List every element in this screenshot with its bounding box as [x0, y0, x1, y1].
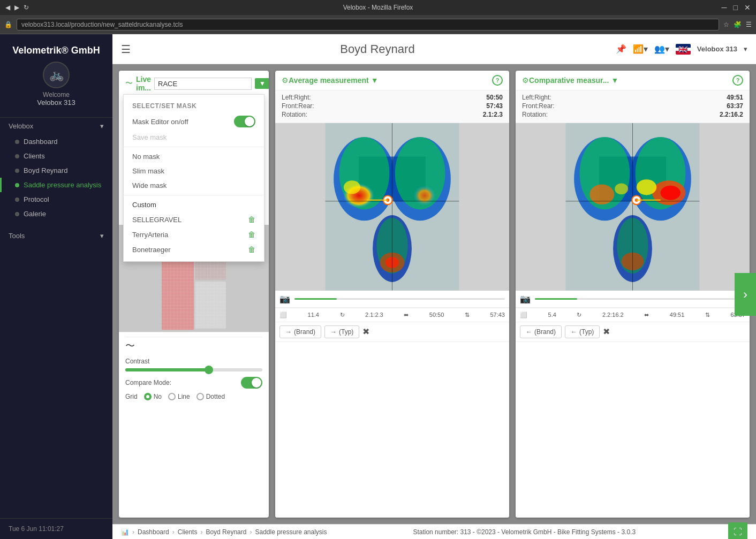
hamburger-icon[interactable]: ☰: [121, 43, 131, 56]
velobox-chevron-icon: ▾: [100, 122, 104, 130]
avg-stats: Left:Right: 50:50 Front:Rear: 57:43 Rota…: [275, 90, 509, 123]
terryarteria-delete-icon[interactable]: 🗑: [248, 230, 255, 239]
menu-icon[interactable]: ☰: [746, 21, 752, 28]
comp-camera-icon[interactable]: 📷: [520, 294, 531, 304]
nav-back-icon[interactable]: ◀: [5, 4, 10, 11]
slim-mask-item[interactable]: Slim mask: [124, 164, 264, 178]
velobox-section-label: Velobox: [9, 122, 33, 130]
avg-lr-row: Left:Right: 50:50: [282, 94, 503, 101]
avg-pressure-svg: [275, 123, 509, 291]
sellegravel-item[interactable]: SELLEGRAVEL 🗑: [124, 212, 264, 227]
sellegravel-delete-icon[interactable]: 🗑: [248, 215, 255, 224]
compare-mode-toggle[interactable]: [241, 377, 262, 389]
custom-mask-item[interactable]: Custom: [124, 198, 264, 212]
avg-camera-bar: 📷: [275, 291, 509, 308]
grid-dotted-radio[interactable]: [196, 393, 204, 400]
avg-typ-btn[interactable]: → (Typ): [324, 325, 359, 338]
comp-lr-icon: ⬌: [644, 312, 649, 318]
avg-brand-btn[interactable]: → (Brand): [279, 325, 321, 338]
comp-clear-btn[interactable]: ✖: [603, 327, 610, 337]
comp-bottom-bar: ⬜ 5.4 ↻ 2.2:16.2 ⬌ 49:51 ⇅ 63:37: [516, 308, 750, 322]
wifi-icon[interactable]: 📶▾: [633, 44, 648, 54]
sidebar-item-boyd[interactable]: Boyd Reynard: [0, 163, 112, 178]
bookmark-icon[interactable]: ☆: [723, 21, 729, 28]
avg-fr-icon: ⇅: [465, 312, 470, 318]
comp-notes[interactable]: [516, 341, 750, 518]
avg-camera-icon[interactable]: 📷: [279, 294, 290, 304]
sidebar-item-dashboard[interactable]: Dashboard: [0, 134, 112, 149]
maximize-btn[interactable]: □: [734, 3, 738, 12]
comp-camera-bar: 📷: [516, 291, 750, 308]
grid-line-option[interactable]: Line: [168, 393, 190, 400]
no-mask-item[interactable]: No mask: [124, 149, 264, 164]
avg-notes[interactable]: [275, 341, 509, 518]
live-dropdown-btn[interactable]: ▼: [255, 78, 269, 89]
grid-no-option[interactable]: No: [144, 393, 162, 400]
pin-icon[interactable]: 📌: [616, 44, 626, 54]
next-panel-btn[interactable]: ›: [735, 273, 756, 316]
grid-line-radio[interactable]: [168, 393, 176, 400]
comp-typ-btn[interactable]: ← (Typ): [565, 325, 600, 338]
comp-gear-icon: ⚙: [522, 76, 529, 85]
comp-lr-label: Left:Right:: [522, 94, 551, 101]
svg-point-34: [589, 185, 614, 204]
users-icon[interactable]: 👥▾: [654, 44, 669, 54]
comp-help-icon[interactable]: ?: [732, 75, 743, 86]
close-btn[interactable]: ✕: [744, 3, 751, 12]
comp-progress-fill: [535, 298, 577, 300]
live-select-input[interactable]: [154, 78, 252, 90]
refresh-icon[interactable]: ↻: [24, 4, 29, 11]
comp-panel-header: ⚙ Comparative measur... ▼ ?: [516, 71, 750, 90]
avg-heatmap: [275, 123, 509, 291]
avg-clear-btn[interactable]: ✖: [362, 327, 369, 337]
language-flag[interactable]: 🇬🇧: [676, 44, 691, 55]
mask-editor-toggle[interactable]: [234, 116, 255, 127]
breadcrumb-dashboard[interactable]: Dashboard: [138, 528, 169, 536]
svg-point-33: [661, 186, 681, 200]
sidebar-section-velobox[interactable]: Velobox ▾: [0, 118, 112, 134]
bonetraeger-delete-icon[interactable]: 🗑: [248, 245, 255, 254]
avg-dropdown-icon[interactable]: ▼: [371, 76, 379, 85]
station-chevron-icon[interactable]: ▾: [744, 45, 747, 53]
nav-dot-dashboard: [15, 140, 19, 144]
sidebar-section-tools[interactable]: Tools ▾: [0, 227, 112, 244]
sidebar-item-saddle[interactable]: Saddle pressure analysis: [0, 178, 112, 192]
breadcrumb-clients[interactable]: Clients: [178, 528, 198, 536]
minimize-btn[interactable]: ─: [722, 3, 727, 12]
avg-lr-label: Left:Right:: [282, 94, 311, 101]
save-mask-item[interactable]: Save mask: [124, 130, 264, 145]
comp-bottom-lr: 49:51: [670, 312, 685, 318]
sidebar-item-galerie[interactable]: Galerie: [0, 207, 112, 221]
contrast-slider-thumb[interactable]: [205, 366, 213, 374]
bonetraeger-item[interactable]: Bonetraeger 🗑: [124, 242, 264, 257]
avg-fr-label: Front:Rear:: [282, 102, 314, 110]
sidebar-item-clients[interactable]: Clients: [0, 149, 112, 163]
extensions-icon[interactable]: 🧩: [734, 21, 742, 28]
comp-bottom-num: 5.4: [548, 312, 556, 318]
sidebar-item-protocol[interactable]: Protocol: [0, 192, 112, 207]
breadcrumb-saddle[interactable]: Saddle pressure analysis: [255, 528, 327, 536]
comp-btn-row: ← (Brand) ← (Typ) ✖: [516, 322, 750, 341]
grid-dotted-option[interactable]: Dotted: [196, 393, 225, 400]
mask-editor-toggle-row: Mask Editor on/off: [124, 113, 264, 130]
comp-brand-btn[interactable]: ← (Brand): [520, 325, 562, 338]
avg-help-icon[interactable]: ?: [492, 75, 503, 86]
avg-lr-icon: ⬌: [404, 312, 409, 318]
terryarteria-item[interactable]: TerryArteria 🗑: [124, 227, 264, 242]
nav-forward-icon[interactable]: ▶: [14, 4, 19, 11]
contrast-slider[interactable]: [125, 368, 262, 371]
comp-dropdown-icon[interactable]: ▼: [611, 76, 618, 85]
wide-mask-item[interactable]: Wide mask: [124, 178, 264, 193]
comp-rot-row: Rotation: 2.2:16.2: [522, 111, 743, 118]
avg-rot-row: Rotation: 2.1:2.3: [282, 111, 503, 118]
breadcrumb-boyd[interactable]: Boyd Reynard: [206, 528, 246, 536]
url-display[interactable]: velobox313.local/production/new_satteldr…: [17, 19, 719, 31]
expand-btn[interactable]: ⛶: [728, 522, 747, 540]
titlebar: ◀ ▶ ↻ Velobox - Mozilla Firefox ─ □ ✕: [0, 0, 756, 15]
avg-gear-icon: ⚙: [282, 76, 289, 85]
avatar: 🚲: [43, 62, 70, 88]
app: Velometrik® GmbH 🚲 Welcome Velobox 313 V…: [0, 34, 756, 539]
compare-mode-label: Compare Mode:: [125, 379, 171, 386]
panels-area: 〜 Live im... ▼ ? SELECT/SET MASK Mask Ed…: [112, 64, 756, 524]
grid-no-radio[interactable]: [144, 393, 152, 400]
